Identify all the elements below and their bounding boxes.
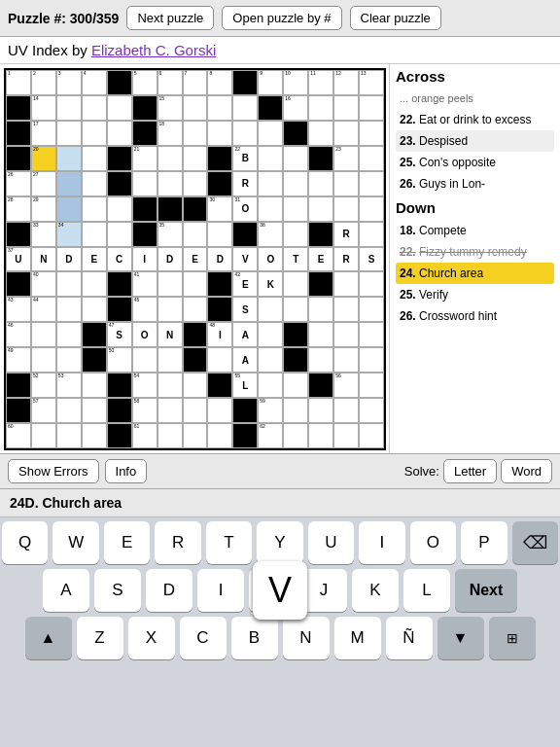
grid-cell-10-6[interactable]: N: [158, 322, 183, 347]
grid-cell-4-6[interactable]: [158, 171, 183, 196]
grid-cell-9-1[interactable]: 44: [31, 297, 56, 322]
grid-cell-7-14[interactable]: S: [359, 247, 384, 272]
grid-cell-9-0[interactable]: 43: [6, 297, 31, 322]
grid-cell-14-8[interactable]: [207, 423, 232, 448]
grid-cell-5-11[interactable]: [283, 196, 308, 222]
clue-down-25[interactable]: 25. Verify: [396, 284, 554, 305]
grid-cell-4-10[interactable]: [258, 171, 283, 196]
grid-cell-4-8[interactable]: [207, 171, 232, 196]
grid-cell-0-11[interactable]: 10: [283, 70, 308, 95]
grid-cell-7-7[interactable]: E: [183, 247, 208, 272]
clue-down-22[interactable]: 22. Fizzy tummy remedy: [396, 241, 554, 263]
key-i[interactable]: I: [359, 521, 404, 564]
grid-cell-7-4[interactable]: C: [107, 247, 132, 272]
key-u[interactable]: U: [308, 521, 354, 564]
key-v-big[interactable]: V: [253, 561, 307, 620]
grid-cell-6-0[interactable]: [6, 222, 31, 247]
grid-cell-3-9[interactable]: 22B: [232, 146, 258, 171]
grid-cell-1-0[interactable]: [6, 95, 31, 121]
grid-cell-8-3[interactable]: [82, 271, 107, 297]
grid-cell-4-0[interactable]: 26: [6, 171, 31, 196]
grid-cell-13-0[interactable]: [6, 398, 31, 423]
grid-cell-0-6[interactable]: 6: [158, 70, 183, 95]
grid-cell-11-10[interactable]: [258, 347, 283, 373]
grid-cell-2-4[interactable]: [107, 121, 132, 146]
key-e[interactable]: E: [104, 521, 150, 564]
grid-cell-2-12[interactable]: [308, 121, 333, 146]
grid-cell-13-10[interactable]: 59: [258, 398, 283, 423]
key-c[interactable]: C: [180, 617, 227, 659]
grid-cell-8-6[interactable]: [158, 271, 183, 297]
grid-cell-14-4[interactable]: [107, 423, 132, 448]
grid-cell-0-13[interactable]: 12: [333, 70, 359, 95]
grid-cell-2-6[interactable]: 18: [158, 121, 183, 146]
grid-cell-3-2[interactable]: [56, 146, 82, 171]
key-j[interactable]: J: [300, 569, 347, 612]
clear-puzzle-button[interactable]: Clear puzzle: [350, 6, 441, 30]
grid-cell-3-11[interactable]: [283, 146, 308, 171]
grid-cell-10-7[interactable]: [183, 322, 208, 347]
grid-cell-2-10[interactable]: [258, 121, 283, 146]
grid-cell-8-12[interactable]: [308, 271, 333, 297]
grid-cell-12-0[interactable]: [6, 373, 31, 398]
grid-cell-3-14[interactable]: [359, 146, 384, 171]
grid-cell-1-6[interactable]: 15: [158, 95, 183, 121]
grid-cell-9-14[interactable]: [359, 297, 384, 322]
grid-cell-7-0[interactable]: 37U: [6, 247, 31, 272]
grid-cell-1-5[interactable]: [132, 95, 158, 121]
grid-cell-12-8[interactable]: [207, 373, 232, 398]
grid-cell-2-7[interactable]: [183, 121, 208, 146]
grid-cell-7-10[interactable]: O: [258, 247, 283, 272]
grid-cell-6-8[interactable]: [207, 222, 232, 247]
grid-cell-1-13[interactable]: [333, 95, 359, 121]
grid-cell-10-4[interactable]: 47S: [107, 322, 132, 347]
clue-across-22[interactable]: 22. Eat or drink to excess: [396, 109, 554, 130]
grid-cell-11-3[interactable]: [82, 347, 107, 373]
grid-cell-4-9[interactable]: R: [232, 171, 258, 196]
key-p[interactable]: P: [461, 521, 507, 564]
grid-cell-5-14[interactable]: [359, 196, 384, 222]
grid-cell-9-3[interactable]: [82, 297, 107, 322]
grid-cell-12-12[interactable]: [308, 373, 333, 398]
grid-cell-14-12[interactable]: [308, 423, 333, 448]
grid-cell-14-0[interactable]: 60: [6, 423, 31, 448]
grid-cell-11-13[interactable]: [333, 347, 359, 373]
grid-cell-0-7[interactable]: 7: [183, 70, 208, 95]
grid-cell-13-7[interactable]: [183, 398, 208, 423]
grid-cell-14-7[interactable]: [183, 423, 208, 448]
grid-cell-5-10[interactable]: [258, 196, 283, 222]
grid-cell-2-13[interactable]: [333, 121, 359, 146]
grid-cell-10-2[interactable]: [56, 322, 82, 347]
grid-cell-8-1[interactable]: 40: [31, 271, 56, 297]
grid-cell-9-12[interactable]: [308, 297, 333, 322]
grid-cell-13-13[interactable]: [333, 398, 359, 423]
grid-cell-10-9[interactable]: A: [232, 322, 258, 347]
grid-cell-7-13[interactable]: R: [333, 247, 359, 272]
grid-cell-7-9[interactable]: V: [232, 247, 258, 272]
grid-cell-14-10[interactable]: 62: [258, 423, 283, 448]
grid-cell-9-11[interactable]: [283, 297, 308, 322]
grid-cell-0-5[interactable]: 5: [132, 70, 158, 95]
grid-cell-4-5[interactable]: [132, 171, 158, 196]
grid-cell-4-4[interactable]: [107, 171, 132, 196]
grid-cell-0-0[interactable]: 1: [6, 70, 31, 95]
key-i2[interactable]: I: [197, 569, 244, 612]
grid-cell-5-2[interactable]: [56, 196, 82, 222]
grid-cell-9-4[interactable]: [107, 297, 132, 322]
grid-cell-11-6[interactable]: [158, 347, 183, 373]
grid-cell-8-8[interactable]: [207, 271, 232, 297]
grid-cell-0-9[interactable]: [232, 70, 258, 95]
grid-cell-5-1[interactable]: 29: [31, 196, 56, 222]
grid-cell-10-8[interactable]: 48I: [207, 322, 232, 347]
grid-cell-14-1[interactable]: [31, 423, 56, 448]
key-d[interactable]: D: [146, 569, 192, 612]
grid-cell-4-1[interactable]: 27: [31, 171, 56, 196]
grid-cell-1-2[interactable]: [56, 95, 82, 121]
key-a[interactable]: A: [43, 569, 89, 612]
grid-cell-13-8[interactable]: [207, 398, 232, 423]
grid-cell-13-1[interactable]: 57: [31, 398, 56, 423]
grid-cell-8-10[interactable]: K: [258, 271, 283, 297]
grid-cell-6-3[interactable]: [82, 222, 107, 247]
grid-cell-10-12[interactable]: [308, 322, 333, 347]
grid-cell-12-14[interactable]: [359, 373, 384, 398]
